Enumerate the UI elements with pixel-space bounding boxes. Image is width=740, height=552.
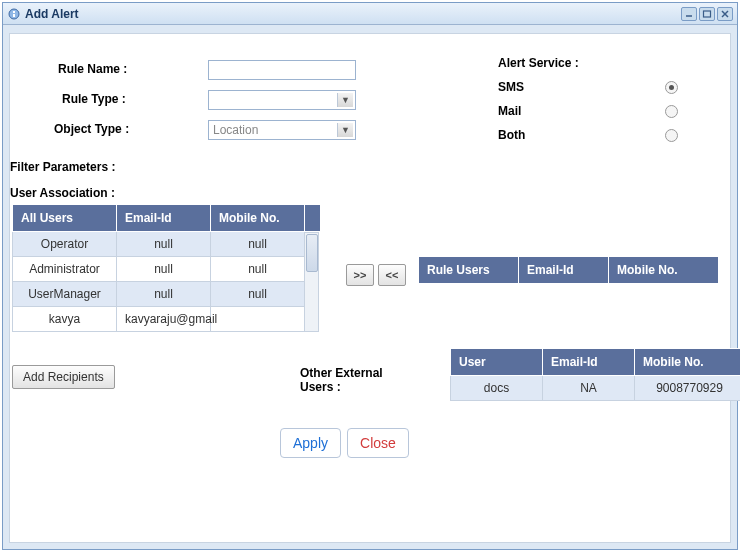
- cell-email: NA: [543, 376, 635, 401]
- rule-name-input[interactable]: [208, 60, 356, 80]
- chevron-down-icon: ▼: [337, 93, 353, 107]
- cell-mobile: null: [211, 257, 305, 282]
- scroll-thumb[interactable]: [306, 234, 318, 272]
- rule-type-select[interactable]: ▼: [208, 90, 356, 110]
- move-left-button[interactable]: <<: [378, 264, 406, 286]
- close-window-button[interactable]: [717, 7, 733, 21]
- external-col-email[interactable]: Email-Id: [543, 349, 635, 376]
- svg-rect-4: [704, 11, 711, 17]
- cell-user: kavya: [13, 307, 117, 332]
- cell-email: null: [117, 232, 211, 257]
- rule-type-label: Rule Type :: [62, 92, 126, 106]
- object-type-select[interactable]: Location ▼: [208, 120, 356, 140]
- table-row[interactable]: Administrator null null: [13, 257, 305, 282]
- maximize-button[interactable]: [699, 7, 715, 21]
- close-button[interactable]: Close: [347, 428, 409, 458]
- both-label: Both: [498, 128, 525, 142]
- external-users-table: User Email-Id Mobile No. docs NA 9008770…: [450, 348, 740, 401]
- rule-users-col-email[interactable]: Email-Id: [519, 257, 609, 284]
- external-col-mobile[interactable]: Mobile No.: [635, 349, 741, 376]
- cell-email: kavyaraju@gmail: [117, 307, 211, 332]
- window-title: Add Alert: [25, 7, 681, 21]
- cell-mobile: null: [211, 282, 305, 307]
- all-users-table: All Users Email-Id Mobile No. Operator n…: [12, 204, 305, 332]
- minimize-button[interactable]: [681, 7, 697, 21]
- rule-users-col-user[interactable]: Rule Users: [419, 257, 519, 284]
- cell-user: docs: [451, 376, 543, 401]
- cell-mobile: null: [211, 232, 305, 257]
- filter-parameters-heading: Filter Parameters :: [10, 160, 115, 174]
- dialog-body: Rule Name : Rule Type : ▼ Object Type : …: [9, 33, 731, 543]
- chevron-down-icon: ▼: [337, 123, 353, 137]
- move-right-button[interactable]: >>: [346, 264, 374, 286]
- table-row[interactable]: UserManager null null: [13, 282, 305, 307]
- add-recipients-button[interactable]: Add Recipients: [12, 365, 115, 389]
- user-association-heading: User Association :: [10, 186, 115, 200]
- cell-email: null: [117, 257, 211, 282]
- table-row[interactable]: kavya kavyaraju@gmail: [13, 307, 305, 332]
- rule-name-label: Rule Name :: [58, 62, 127, 76]
- cell-mobile: [211, 307, 305, 332]
- rule-users-col-mobile[interactable]: Mobile No.: [609, 257, 719, 284]
- titlebar: Add Alert: [3, 3, 737, 25]
- alert-service-label: Alert Service :: [498, 56, 579, 70]
- cell-user: Operator: [13, 232, 117, 257]
- svg-rect-2: [13, 14, 15, 17]
- apply-button[interactable]: Apply: [280, 428, 341, 458]
- rule-users-table: Rule Users Email-Id Mobile No.: [418, 256, 719, 284]
- add-alert-window: Add Alert Rule Name : Rule Type :: [2, 2, 738, 550]
- sms-label: SMS: [498, 80, 524, 94]
- other-external-users-label: Other External Users :: [300, 366, 400, 394]
- mail-radio[interactable]: [665, 105, 678, 118]
- table-header-row: Rule Users Email-Id Mobile No.: [419, 257, 719, 284]
- all-users-scrollbar[interactable]: [305, 232, 319, 332]
- all-users-col-email[interactable]: Email-Id: [117, 205, 211, 232]
- window-icon: [7, 7, 21, 21]
- sms-radio[interactable]: [665, 81, 678, 94]
- both-radio[interactable]: [665, 129, 678, 142]
- all-users-col-mobile[interactable]: Mobile No.: [211, 205, 305, 232]
- cell-user: Administrator: [13, 257, 117, 282]
- cell-user: UserManager: [13, 282, 117, 307]
- object-type-value: Location: [213, 123, 258, 137]
- mail-label: Mail: [498, 104, 521, 118]
- table-header-row: User Email-Id Mobile No.: [451, 349, 741, 376]
- table-header-row: All Users Email-Id Mobile No.: [13, 205, 305, 232]
- object-type-label: Object Type :: [54, 122, 129, 136]
- external-col-user[interactable]: User: [451, 349, 543, 376]
- table-row[interactable]: Operator null null: [13, 232, 305, 257]
- cell-email: null: [117, 282, 211, 307]
- cell-mobile: 9008770929: [635, 376, 741, 401]
- all-users-col-user[interactable]: All Users: [13, 205, 117, 232]
- table-row[interactable]: docs NA 9008770929: [451, 376, 741, 401]
- svg-rect-1: [13, 11, 15, 13]
